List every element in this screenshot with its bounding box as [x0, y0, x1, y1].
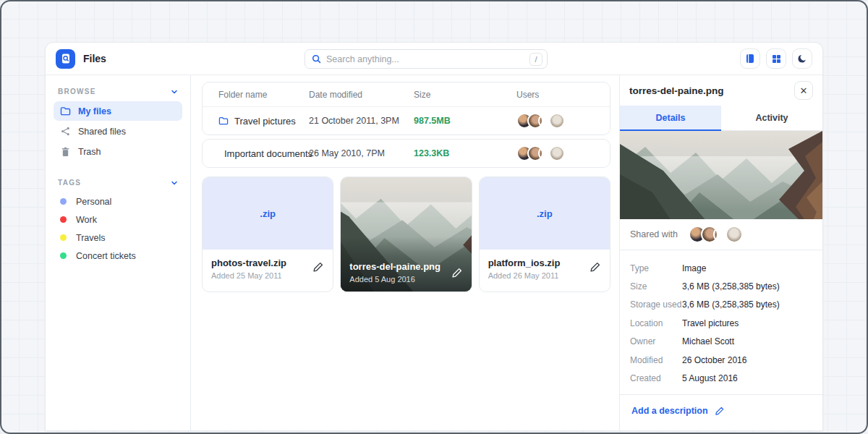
- tag-label: Travels: [76, 233, 106, 243]
- tag-item-concert-tickets[interactable]: Concert tickets: [54, 247, 182, 265]
- details-tabs: Details Activity: [620, 106, 822, 131]
- close-icon: ✕: [800, 85, 808, 96]
- add-description-label: Add a description: [631, 406, 708, 416]
- close-panel-button[interactable]: ✕: [794, 81, 813, 100]
- users-avatars: [516, 145, 594, 161]
- edit-file-button[interactable]: [312, 261, 324, 273]
- folder-table: Folder name Date modified Size Users Tra…: [202, 82, 610, 135]
- app-window: Files /: [45, 42, 823, 431]
- pencil-icon: [451, 267, 463, 278]
- users-avatars: [516, 113, 594, 129]
- table-row[interactable]: Important documents 26 May 2010, 7PM 123…: [203, 140, 610, 167]
- zip-preview: .zip: [480, 177, 610, 250]
- folder-icon: [218, 116, 229, 125]
- column-header-date-modified: Date modified: [309, 90, 414, 100]
- notebook-icon: [745, 54, 755, 64]
- trash-icon: [60, 147, 71, 157]
- file-added-date: Added 26 May 2011: [488, 271, 601, 280]
- app-logo-icon: [56, 49, 75, 69]
- sidebar-section-tags[interactable]: TAGS: [54, 177, 182, 192]
- pencil-icon: [312, 261, 324, 273]
- grid-icon: [772, 54, 781, 64]
- search-input[interactable]: [326, 54, 529, 64]
- column-header-users: Users: [516, 90, 594, 100]
- zip-preview: .zip: [203, 177, 333, 250]
- browse-section-label: BROWSE: [58, 88, 96, 95]
- add-description-button[interactable]: Add a description: [620, 395, 822, 427]
- tag-color-dot: [60, 216, 67, 223]
- sidebar-item-trash[interactable]: Trash: [54, 142, 182, 161]
- sidebar-section-browse[interactable]: BROWSE: [54, 86, 182, 101]
- app-header: Files /: [46, 43, 822, 75]
- file-card-platform-ios[interactable]: .zip platform_ios.zip Added 26 May 2011: [479, 176, 610, 292]
- table-header-row: Folder name Date modified Size Users: [203, 82, 610, 107]
- zip-badge: .zip: [537, 208, 553, 219]
- file-name: platform_ios.zip: [488, 258, 601, 268]
- shared-with-label: Shared with: [630, 229, 678, 239]
- folder-table-row-card: Important documents 26 May 2010, 7PM 123…: [202, 139, 610, 168]
- search-bar[interactable]: /: [305, 49, 548, 69]
- field-created: Created 5 August 2016: [630, 369, 812, 387]
- sidebar-item-my-files[interactable]: My files: [54, 101, 182, 121]
- chevron-down-icon[interactable]: [171, 88, 178, 95]
- tag-color-dot: [60, 234, 67, 241]
- sidebar-item-shared-files[interactable]: Shared files: [54, 122, 182, 141]
- tag-item-travels[interactable]: Travels: [54, 229, 182, 247]
- tag-item-work[interactable]: Work: [54, 210, 182, 229]
- notebook-button[interactable]: [740, 48, 760, 69]
- share-icon: [60, 127, 71, 136]
- sidebar-item-label: Trash: [78, 147, 101, 157]
- file-card-torres-del-paine[interactable]: torres-del-paine.png Added 5 Aug 2016: [340, 176, 472, 292]
- details-image-preview: [620, 131, 822, 219]
- folder-icon: [60, 106, 71, 116]
- edit-file-button[interactable]: [451, 267, 463, 278]
- field-storage-used: Storage used 3,6 MB (3,258,385 bytes): [630, 296, 812, 314]
- table-row[interactable]: Travel pictures 21 October 2011, 3PM 987…: [203, 107, 610, 135]
- file-cards-row: .zip photos-travel.zip Added 25 May 2011: [202, 176, 610, 292]
- folder-name: Travel pictures: [234, 116, 296, 127]
- file-name: torres-del-paine.png: [349, 261, 441, 272]
- shared-with-row: Shared with: [620, 219, 822, 250]
- page-title: Files: [83, 53, 106, 64]
- field-size: Size 3,6 MB (3,258,385 bytes): [630, 277, 812, 295]
- zip-badge: .zip: [260, 208, 276, 219]
- file-added-date: Added 5 Aug 2016: [349, 275, 441, 284]
- details-file-title: torres-del-paine.png: [629, 85, 724, 96]
- avatar: [549, 145, 565, 161]
- field-type: Type Image: [630, 259, 812, 277]
- sidebar: BROWSE My files: [46, 75, 191, 430]
- folder-size: 987.5MB: [414, 116, 516, 126]
- file-name: photos-travel.zip: [211, 258, 324, 268]
- sidebar-item-label: Shared files: [78, 127, 126, 137]
- file-card-photos-travel[interactable]: .zip photos-travel.zip Added 25 May 2011: [202, 176, 333, 292]
- tag-color-dot: [60, 198, 67, 205]
- field-owner: Owner Michael Scott: [630, 333, 812, 351]
- tag-label: Work: [76, 215, 97, 225]
- field-location: Location Travel pictures: [630, 314, 812, 332]
- folder-name: Important documents: [224, 148, 312, 159]
- tab-activity[interactable]: Activity: [721, 106, 822, 131]
- tab-details[interactable]: Details: [620, 106, 721, 131]
- edit-file-button[interactable]: [590, 261, 601, 273]
- tags-section-label: TAGS: [58, 179, 81, 187]
- tag-label: Concert tickets: [76, 251, 136, 261]
- folder-size: 123.3KB: [414, 148, 516, 158]
- moon-icon: [797, 54, 807, 64]
- details-panel: torres-del-paine.png ✕ Details Activity …: [619, 75, 822, 430]
- column-header-folder-name: Folder name: [218, 90, 309, 100]
- chevron-down-icon[interactable]: [171, 179, 178, 187]
- dark-mode-button[interactable]: [792, 48, 812, 69]
- pencil-icon: [590, 261, 601, 273]
- tag-item-personal[interactable]: Personal: [54, 192, 182, 210]
- field-modified: Modified 26 October 2016: [630, 351, 812, 369]
- main-content: Folder name Date modified Size Users Tra…: [191, 75, 619, 430]
- date-modified: 21 October 2011, 3PM: [309, 116, 414, 126]
- search-shortcut-badge: /: [529, 53, 542, 66]
- grid-view-button[interactable]: [766, 48, 786, 69]
- avatar: [726, 226, 743, 243]
- file-added-date: Added 25 May 2011: [211, 271, 324, 280]
- header-actions: [740, 48, 812, 69]
- file-metadata-list: Type Image Size 3,6 MB (3,258,385 bytes)…: [620, 250, 822, 395]
- column-header-size: Size: [414, 90, 516, 100]
- avatar: [549, 113, 565, 129]
